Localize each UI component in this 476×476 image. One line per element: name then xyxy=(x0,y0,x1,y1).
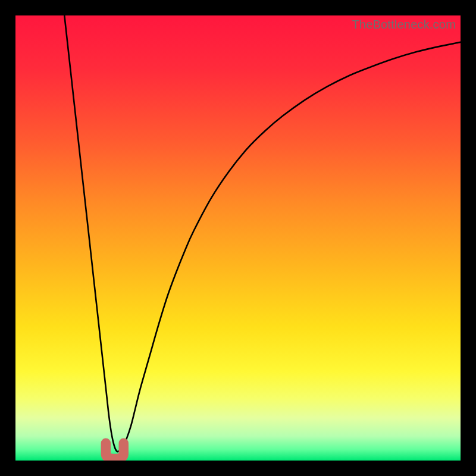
chart-frame: TheBottleneck.com xyxy=(0,0,476,476)
bottleneck-curve xyxy=(15,15,461,461)
watermark-text: TheBottleneck.com xyxy=(352,18,456,32)
plot-area: TheBottleneck.com xyxy=(15,15,461,461)
